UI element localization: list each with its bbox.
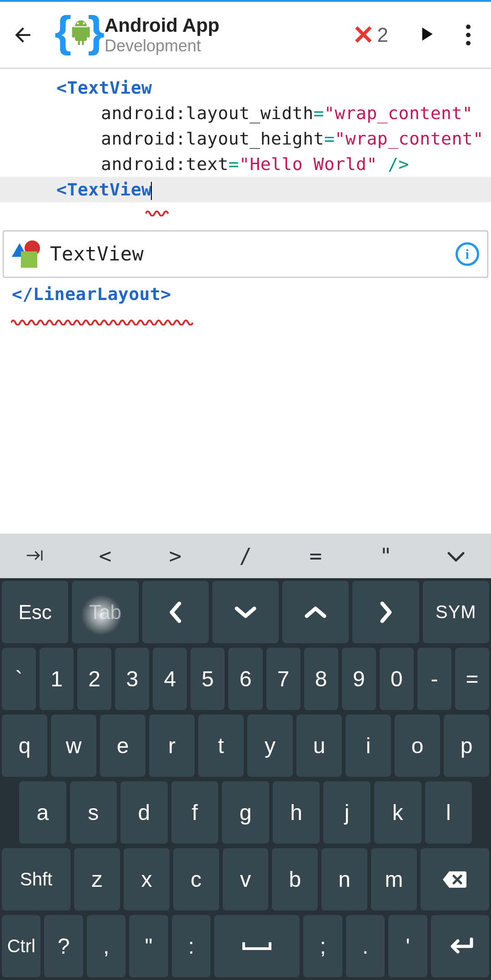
code-line[interactable]: </LinearLayout>: [0, 281, 491, 307]
code-line[interactable]: android:text="Hello World" />: [0, 151, 491, 177]
run-button[interactable]: [415, 23, 437, 47]
shortcut-eq[interactable]: =: [281, 544, 351, 568]
key-h[interactable]: h: [273, 781, 320, 844]
key-arrow-left[interactable]: [142, 581, 209, 643]
on-screen-keyboard: Esc Tab SYM ` 1 2 3 4 5 6 7 8 9 0 - = q …: [0, 578, 491, 980]
xml-value: "Hello World": [239, 154, 377, 174]
suggestion-icon: [12, 240, 44, 268]
key-5[interactable]: 5: [190, 648, 225, 710]
toolbar: { } Android App Development ✕ 2: [0, 2, 491, 69]
key-squote[interactable]: ': [388, 915, 427, 977]
key-ctrl[interactable]: Ctrl: [2, 915, 40, 977]
key-sym[interactable]: SYM: [423, 581, 489, 643]
xml-self-close: />: [377, 154, 409, 174]
key-enter[interactable]: [431, 915, 489, 977]
key-w[interactable]: w: [51, 715, 96, 777]
key-comma[interactable]: ,: [87, 915, 125, 977]
editor-shortcut-bar: < > / = ": [0, 534, 491, 578]
key-question[interactable]: ?: [44, 915, 83, 977]
shortcut-lt[interactable]: <: [70, 544, 140, 568]
app-logo-block: { } Android App Development: [55, 12, 220, 58]
key-v[interactable]: v: [223, 848, 269, 910]
xml-attr: android:text: [101, 154, 229, 174]
key-arrow-down[interactable]: [212, 581, 279, 643]
key-c[interactable]: c: [173, 848, 219, 910]
key-shift[interactable]: Shft: [2, 848, 70, 910]
key-7[interactable]: 7: [266, 648, 301, 710]
app-logo-icon: { }: [55, 12, 105, 58]
app-title: Android App: [105, 15, 220, 36]
key-z[interactable]: z: [74, 848, 120, 910]
xml-attr: android:layout_width: [101, 103, 314, 123]
key-1[interactable]: 1: [40, 648, 74, 710]
key-r[interactable]: r: [149, 715, 195, 777]
key-y[interactable]: y: [247, 715, 293, 777]
code-line[interactable]: <TextView: [0, 75, 491, 100]
key-e[interactable]: e: [100, 715, 145, 777]
xml-tag: <TextView: [56, 180, 152, 200]
more-menu-button[interactable]: [455, 25, 482, 45]
key-period[interactable]: .: [346, 915, 385, 977]
xml-value: "wrap_content": [324, 103, 473, 123]
key-x[interactable]: x: [124, 848, 170, 910]
key-k[interactable]: k: [374, 781, 421, 844]
key-u[interactable]: u: [296, 715, 342, 777]
shortcut-collapse[interactable]: [421, 544, 491, 568]
key-backspace[interactable]: [421, 848, 489, 910]
key-m[interactable]: m: [371, 848, 417, 910]
key-space[interactable]: [214, 915, 300, 977]
key-d[interactable]: d: [120, 781, 168, 844]
code-editor[interactable]: <TextView android:layout_width="wrap_con…: [0, 69, 491, 332]
text-cursor: [151, 182, 152, 200]
error-count: 2: [377, 24, 388, 46]
key-l[interactable]: l: [425, 781, 472, 844]
shortcut-slash[interactable]: /: [210, 544, 281, 568]
app-subtitle: Development: [105, 36, 220, 55]
xml-tag: <TextView: [56, 78, 152, 98]
info-icon[interactable]: i: [456, 242, 479, 266]
key-b[interactable]: b: [272, 848, 318, 910]
key-f[interactable]: f: [171, 781, 219, 844]
key-9[interactable]: 9: [342, 648, 376, 710]
key-equals[interactable]: =: [455, 648, 489, 710]
error-squiggle-icon: [145, 209, 173, 216]
error-squiggle-icon: [11, 318, 197, 325]
key-arrow-up[interactable]: [282, 581, 349, 643]
code-line-current[interactable]: <TextView: [0, 177, 491, 202]
key-dash[interactable]: -: [417, 648, 451, 710]
key-n[interactable]: n: [321, 848, 367, 910]
shortcut-tab[interactable]: [0, 547, 70, 565]
key-o[interactable]: o: [395, 715, 440, 777]
svg-point-0: [77, 22, 79, 24]
key-2[interactable]: 2: [77, 648, 111, 710]
shortcut-gt[interactable]: >: [140, 544, 210, 568]
code-line[interactable]: android:layout_height="wrap_content": [0, 126, 491, 151]
error-indicator[interactable]: ✕ 2: [352, 22, 388, 48]
key-4[interactable]: 4: [153, 648, 187, 710]
key-q[interactable]: q: [2, 715, 47, 777]
key-tab[interactable]: Tab: [72, 581, 138, 643]
key-arrow-right[interactable]: [352, 581, 419, 643]
key-dquote[interactable]: ": [129, 915, 168, 977]
key-esc[interactable]: Esc: [2, 581, 68, 643]
xml-attr: android:layout_height: [101, 129, 324, 149]
key-6[interactable]: 6: [228, 648, 262, 710]
key-i[interactable]: i: [346, 715, 391, 777]
code-line[interactable]: android:layout_width="wrap_content": [0, 100, 491, 126]
key-s[interactable]: s: [70, 781, 117, 844]
key-semicolon[interactable]: ;: [303, 915, 342, 977]
key-8[interactable]: 8: [304, 648, 338, 710]
xml-value: "wrap_content": [335, 129, 483, 149]
key-backtick[interactable]: `: [2, 648, 36, 710]
key-p[interactable]: p: [444, 715, 489, 777]
shortcut-quote[interactable]: ": [351, 544, 421, 568]
key-a[interactable]: a: [19, 781, 66, 844]
back-button[interactable]: [5, 24, 41, 46]
key-j[interactable]: j: [323, 781, 371, 844]
key-colon[interactable]: :: [172, 915, 210, 977]
key-3[interactable]: 3: [115, 648, 149, 710]
autocomplete-suggestion[interactable]: TextView i: [3, 230, 488, 278]
key-0[interactable]: 0: [380, 648, 414, 710]
key-g[interactable]: g: [222, 781, 269, 844]
key-t[interactable]: t: [198, 715, 244, 777]
